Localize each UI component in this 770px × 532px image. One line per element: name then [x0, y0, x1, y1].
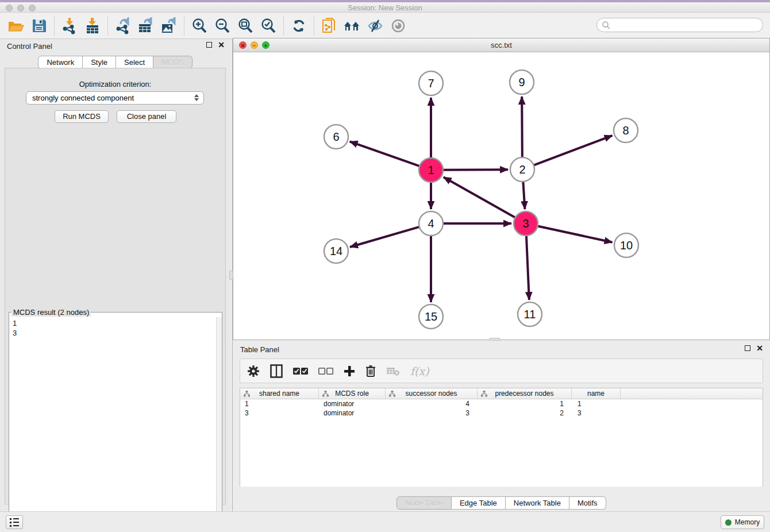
- tab-style[interactable]: Style: [83, 56, 116, 69]
- column-header-name[interactable]: name: [572, 388, 621, 399]
- export-image-icon: [161, 17, 177, 34]
- zoom-selected-button[interactable]: [257, 15, 280, 37]
- horizontal-splitter-handle[interactable]: [490, 338, 500, 341]
- select-all-checks-button[interactable]: [293, 364, 308, 379]
- edge-1-2[interactable]: [443, 169, 508, 170]
- window-title: Session: New Session: [0, 3, 770, 12]
- show-all-button[interactable]: [387, 15, 410, 37]
- delete-table-button[interactable]: [386, 364, 400, 379]
- edge-2-9[interactable]: [522, 97, 522, 157]
- delete-column-button[interactable]: [365, 364, 376, 379]
- mcds-result-title: MCDS result (2 nodes): [11, 308, 91, 317]
- first-neighbors-button[interactable]: [341, 15, 364, 37]
- close-panel-button[interactable]: Close panel: [117, 110, 176, 123]
- refresh-layout-button[interactable]: [287, 15, 310, 37]
- split-view-icon: [270, 364, 283, 378]
- import-network-button[interactable]: [58, 15, 81, 37]
- task-history-button[interactable]: [6, 515, 23, 529]
- export-table-button[interactable]: [134, 15, 157, 37]
- export-image-button[interactable]: [157, 15, 180, 37]
- result-scrollbar[interactable]: [216, 317, 222, 531]
- column-header-mcds-role[interactable]: MCDS role: [319, 388, 386, 399]
- select-all-checks-icon: [293, 367, 308, 375]
- deselect-all-checks-button[interactable]: [318, 364, 333, 379]
- node-label-2: 2: [519, 163, 525, 176]
- table-cell[interactable]: 3: [386, 408, 478, 418]
- open-session-button[interactable]: [5, 15, 28, 37]
- node-label-7: 7: [428, 77, 434, 90]
- clone-network-icon: [321, 17, 337, 34]
- selected-option: strongly connected component: [32, 94, 134, 102]
- edge-3-10[interactable]: [538, 226, 613, 242]
- column-header-shared-name[interactable]: shared name: [240, 388, 319, 399]
- application-window: Session: New Session: [0, 0, 770, 532]
- edge-4-14[interactable]: [350, 227, 419, 247]
- close-panel-icon[interactable]: ✕: [218, 42, 225, 48]
- delete-table-icon: [386, 366, 400, 376]
- control-panel: Control Panel ✕ Network Style Select MCD…: [0, 39, 230, 511]
- tab-motifs[interactable]: Motifs: [569, 496, 606, 510]
- table-cell[interactable]: 1: [478, 399, 572, 408]
- table-row[interactable]: 3dominator323: [240, 408, 763, 418]
- table-row[interactable]: 1dominator411: [240, 399, 763, 408]
- export-table-icon: [138, 17, 154, 34]
- edge-3-1[interactable]: [444, 177, 515, 217]
- function-builder-button[interactable]: f(x): [410, 364, 429, 379]
- memory-button[interactable]: Memory: [721, 515, 764, 529]
- split-view-button[interactable]: [270, 364, 283, 379]
- table-cell[interactable]: 4: [386, 399, 478, 408]
- mcds-result-group: MCDS result (2 nodes) 13: [9, 312, 222, 532]
- column-label: shared name: [259, 390, 299, 398]
- run-mcds-button[interactable]: Run MCDS: [55, 110, 109, 123]
- column-label: name: [587, 390, 605, 398]
- gear-button[interactable]: [247, 364, 260, 379]
- float-table-panel-icon[interactable]: [745, 345, 750, 351]
- network-canvas[interactable]: 7968124314101511: [233, 52, 769, 340]
- toolbar-separator: [184, 16, 184, 36]
- deselect-all-checks-icon: [318, 367, 333, 375]
- tab-network-table[interactable]: Network Table: [506, 496, 569, 510]
- search-input[interactable]: [596, 18, 763, 32]
- table-cell[interactable]: 3: [572, 408, 621, 418]
- float-panel-icon[interactable]: [206, 42, 212, 48]
- toolbar-separator: [314, 16, 314, 36]
- optimization-criterion-label: Optimization criterion:: [5, 80, 225, 88]
- function-builder-icon: f(x): [410, 365, 429, 377]
- tab-edge-table[interactable]: Edge Table: [452, 496, 506, 510]
- tab-network[interactable]: Network: [38, 56, 83, 69]
- save-session-button[interactable]: [28, 15, 51, 37]
- table-panel: Table Panel ✕: [233, 342, 770, 511]
- zoom-out-button[interactable]: [211, 15, 234, 37]
- clone-network-button[interactable]: [318, 15, 341, 37]
- export-network-button[interactable]: [111, 15, 134, 37]
- main-toolbar: [0, 13, 770, 39]
- table-cell[interactable]: dominator: [319, 399, 386, 408]
- hide-selected-button[interactable]: [364, 15, 387, 37]
- node-label-15: 15: [425, 310, 437, 323]
- import-table-button[interactable]: [81, 15, 104, 37]
- edge-2-3[interactable]: [523, 182, 525, 209]
- optimization-criterion-select[interactable]: strongly connected component: [26, 91, 204, 105]
- add-column-button[interactable]: [344, 364, 355, 379]
- zoom-in-button[interactable]: [188, 15, 211, 37]
- table-cell[interactable]: dominator: [319, 408, 386, 418]
- table-cell[interactable]: 3: [240, 408, 319, 418]
- column-header-successor-nodes[interactable]: successor nodes: [386, 388, 478, 399]
- table-cell[interactable]: 1: [240, 399, 319, 408]
- zoom-fit-button[interactable]: [234, 15, 257, 37]
- mcds-result-text[interactable]: 13: [9, 317, 216, 531]
- tab-mcds[interactable]: MCDS: [153, 56, 192, 69]
- tab-node-table[interactable]: Node Table: [396, 496, 452, 510]
- table-cell[interactable]: 2: [478, 408, 572, 418]
- column-header-predecessor-nodes[interactable]: predecessor nodes: [478, 388, 572, 399]
- table-cell[interactable]: 1: [572, 399, 621, 408]
- close-table-panel-icon[interactable]: ✕: [756, 345, 763, 351]
- chevron-up-down-icon: [194, 94, 199, 101]
- edge-2-8[interactable]: [534, 136, 613, 165]
- edge-1-6[interactable]: [350, 141, 420, 166]
- edge-3-11[interactable]: [526, 236, 529, 300]
- node-label-14: 14: [330, 245, 342, 257]
- table-toolbar: f(x): [240, 358, 763, 383]
- tab-select[interactable]: Select: [116, 56, 153, 69]
- network-window-titlebar[interactable]: ✕ − + scc.txt: [233, 38, 769, 52]
